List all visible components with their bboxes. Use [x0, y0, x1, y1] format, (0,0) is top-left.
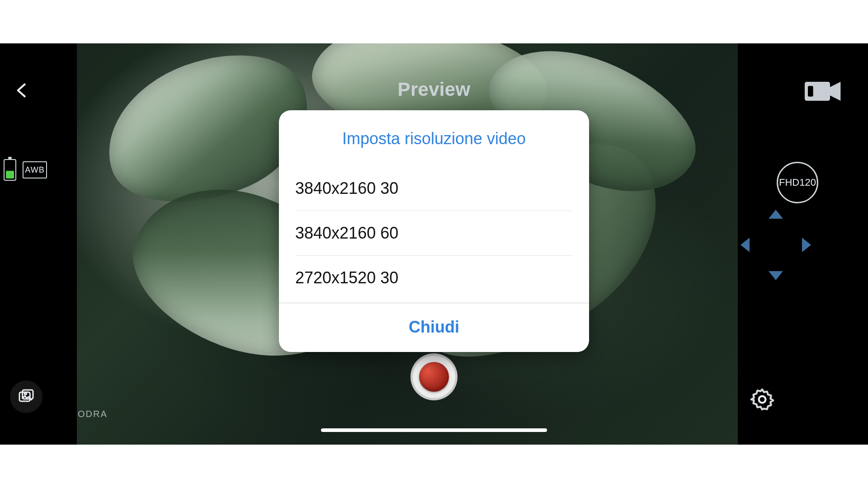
dpad-left[interactable] — [735, 234, 757, 256]
left-toolbar: AWB — [0, 43, 77, 445]
dpad-down[interactable] — [765, 264, 787, 286]
svg-point-5 — [759, 396, 766, 403]
dpad-right[interactable] — [795, 234, 816, 256]
right-toolbar: FHD120 — [738, 43, 868, 445]
camera-app: AWB FHD120 — [0, 43, 868, 445]
dialog-title: Imposta risoluzione video — [279, 110, 589, 156]
resolution-option[interactable]: 3840x2160 30 — [295, 166, 573, 211]
dialog-close-button[interactable]: Chiudi — [279, 303, 589, 352]
awb-button[interactable]: AWB — [23, 161, 47, 178]
resolution-option[interactable]: 2720x1520 30 — [295, 256, 573, 300]
dpad — [735, 204, 816, 286]
resolution-badge[interactable]: FHD120 — [777, 162, 818, 203]
gear-icon — [750, 387, 775, 412]
resolution-dialog: Imposta risoluzione video 3840x2160 30 3… — [279, 110, 589, 352]
settings-button[interactable] — [750, 387, 775, 412]
battery-icon — [4, 159, 16, 181]
watermark-label: ODRA — [78, 409, 108, 419]
svg-point-2 — [24, 393, 26, 394]
home-indicator[interactable] — [0, 428, 868, 432]
status-indicators: AWB — [4, 159, 47, 181]
dialog-options: 3840x2160 30 3840x2160 60 2720x1520 30 — [279, 156, 589, 303]
record-icon — [419, 362, 449, 392]
resolution-option[interactable]: 3840x2160 60 — [295, 211, 573, 256]
gallery-button[interactable] — [10, 380, 42, 413]
record-button[interactable] — [410, 353, 458, 400]
gallery-icon — [17, 388, 35, 406]
dpad-up[interactable] — [765, 204, 787, 226]
page-title: Preview — [0, 79, 868, 100]
